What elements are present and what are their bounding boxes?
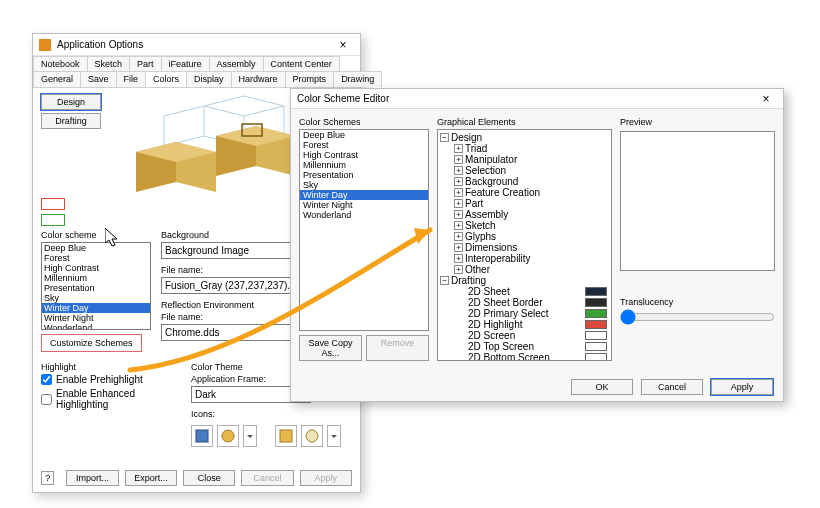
- list-item[interactable]: Winter Day: [300, 190, 428, 200]
- list-item[interactable]: Forest: [42, 253, 150, 263]
- tab-notebook[interactable]: Notebook: [33, 56, 88, 71]
- list-item[interactable]: High Contrast: [42, 263, 150, 273]
- list-item[interactable]: Millennium: [42, 273, 150, 283]
- tab-sketch[interactable]: Sketch: [87, 56, 131, 71]
- close-button[interactable]: Close: [183, 470, 235, 486]
- customize-schemes-button[interactable]: Customize Schemes: [41, 334, 142, 352]
- cancel-button[interactable]: Cancel: [241, 470, 293, 486]
- list-item[interactable]: Sky: [42, 293, 150, 303]
- expand-icon[interactable]: +: [454, 254, 463, 263]
- export-button[interactable]: Export...: [125, 470, 177, 486]
- tab-drawing[interactable]: Drawing: [333, 71, 382, 87]
- list-item[interactable]: Winter Night: [300, 200, 428, 210]
- tree-node-drafting[interactable]: − Drafting: [438, 275, 611, 286]
- list-item[interactable]: Wonderland: [42, 323, 150, 330]
- expand-icon[interactable]: +: [454, 210, 463, 219]
- color-swatch[interactable]: [585, 309, 607, 318]
- list-item[interactable]: Deep Blue: [300, 130, 428, 140]
- list-item[interactable]: High Contrast: [300, 150, 428, 160]
- color-swatch[interactable]: [585, 342, 607, 351]
- svg-rect-9: [280, 430, 292, 442]
- design-button[interactable]: Design: [41, 94, 101, 110]
- collapse-icon[interactable]: −: [440, 133, 449, 142]
- list-item[interactable]: Winter Day: [42, 303, 150, 313]
- color-swatch[interactable]: [585, 331, 607, 340]
- tab-general[interactable]: General: [33, 71, 81, 87]
- tree-item: +Dimensions: [438, 242, 611, 253]
- reflection-filename-value: Chrome.dds: [165, 327, 219, 338]
- enable-enhanced-checkbox[interactable]: Enable Enhanced Highlighting: [41, 388, 181, 410]
- icon-theme-1[interactable]: [191, 425, 213, 447]
- icon-theme-3[interactable]: [275, 425, 297, 447]
- swatch-red[interactable]: [41, 198, 65, 210]
- tree-node-design[interactable]: − Design: [438, 132, 611, 143]
- footer: OK Cancel Apply: [571, 379, 773, 395]
- icon-theme-droparrow-2[interactable]: [327, 425, 341, 447]
- expand-icon[interactable]: +: [454, 232, 463, 241]
- remove-button[interactable]: Remove: [366, 335, 429, 361]
- tab-hardware[interactable]: Hardware: [231, 71, 286, 87]
- tree-item[interactable]: 2D Screen: [438, 330, 611, 341]
- svg-point-8: [222, 430, 234, 442]
- expand-icon[interactable]: +: [454, 177, 463, 186]
- list-item[interactable]: Forest: [300, 140, 428, 150]
- tree-item[interactable]: 2D Primary Select: [438, 308, 611, 319]
- tab-assembly[interactable]: Assembly: [209, 56, 264, 71]
- tab-part[interactable]: Part: [129, 56, 162, 71]
- tab-contentcenter[interactable]: Content Center: [263, 56, 340, 71]
- expand-icon[interactable]: +: [454, 221, 463, 230]
- expand-icon[interactable]: +: [454, 188, 463, 197]
- tree-item[interactable]: 2D Top Screen: [438, 341, 611, 352]
- tab-prompts[interactable]: Prompts: [285, 71, 335, 87]
- apply-button[interactable]: Apply: [711, 379, 773, 395]
- tree-item: +Selection: [438, 165, 611, 176]
- color-swatch[interactable]: [585, 353, 607, 361]
- tab-file[interactable]: File: [116, 71, 147, 87]
- close-icon[interactable]: ×: [332, 38, 354, 52]
- tab-save[interactable]: Save: [80, 71, 117, 87]
- icon-theme-2[interactable]: [217, 425, 239, 447]
- titlebar[interactable]: Application Options ×: [33, 34, 360, 56]
- swatch-green[interactable]: [41, 214, 65, 226]
- expand-icon[interactable]: +: [454, 199, 463, 208]
- titlebar[interactable]: Color Scheme Editor ×: [291, 89, 783, 109]
- list-item[interactable]: Deep Blue: [42, 243, 150, 253]
- expand-icon[interactable]: +: [454, 144, 463, 153]
- import-button[interactable]: Import...: [66, 470, 118, 486]
- tab-colors[interactable]: Colors: [145, 71, 187, 87]
- collapse-icon[interactable]: −: [440, 276, 449, 285]
- drafting-button[interactable]: Drafting: [41, 113, 101, 129]
- ok-button[interactable]: OK: [571, 379, 633, 395]
- tree-item[interactable]: 2D Bottom Screen: [438, 352, 611, 361]
- expand-icon[interactable]: +: [454, 166, 463, 175]
- help-icon[interactable]: ?: [41, 471, 54, 485]
- graphical-elements-tree[interactable]: − Design +Triad +Manipulator +Selection …: [437, 129, 612, 361]
- expand-icon[interactable]: +: [454, 243, 463, 252]
- apply-button[interactable]: Apply: [300, 470, 352, 486]
- list-item[interactable]: Sky: [300, 180, 428, 190]
- close-icon[interactable]: ×: [755, 92, 777, 106]
- tab-display[interactable]: Display: [186, 71, 232, 87]
- tree-item[interactable]: 2D Sheet: [438, 286, 611, 297]
- list-item[interactable]: Wonderland: [300, 210, 428, 220]
- color-swatch[interactable]: [585, 298, 607, 307]
- color-swatch[interactable]: [585, 320, 607, 329]
- list-item[interactable]: Presentation: [300, 170, 428, 180]
- tree-item[interactable]: 2D Sheet Border: [438, 297, 611, 308]
- cancel-button[interactable]: Cancel: [641, 379, 703, 395]
- icon-theme-droparrow-1[interactable]: [243, 425, 257, 447]
- color-schemes-list[interactable]: Deep Blue Forest High Contrast Millenniu…: [299, 129, 429, 331]
- expand-icon[interactable]: +: [454, 155, 463, 164]
- list-item[interactable]: Winter Night: [42, 313, 150, 323]
- expand-icon[interactable]: +: [454, 265, 463, 274]
- tab-ifeature[interactable]: iFeature: [161, 56, 210, 71]
- list-item[interactable]: Millennium: [300, 160, 428, 170]
- color-swatch[interactable]: [585, 287, 607, 296]
- enable-prehighlight-checkbox[interactable]: Enable Prehighlight: [41, 374, 181, 385]
- icon-theme-4[interactable]: [301, 425, 323, 447]
- translucency-slider[interactable]: [620, 309, 775, 325]
- tree-item[interactable]: 2D Highlight: [438, 319, 611, 330]
- save-copy-as-button[interactable]: Save Copy As...: [299, 335, 362, 361]
- list-item[interactable]: Presentation: [42, 283, 150, 293]
- color-scheme-list[interactable]: Deep Blue Forest High Contrast Millenniu…: [41, 242, 151, 330]
